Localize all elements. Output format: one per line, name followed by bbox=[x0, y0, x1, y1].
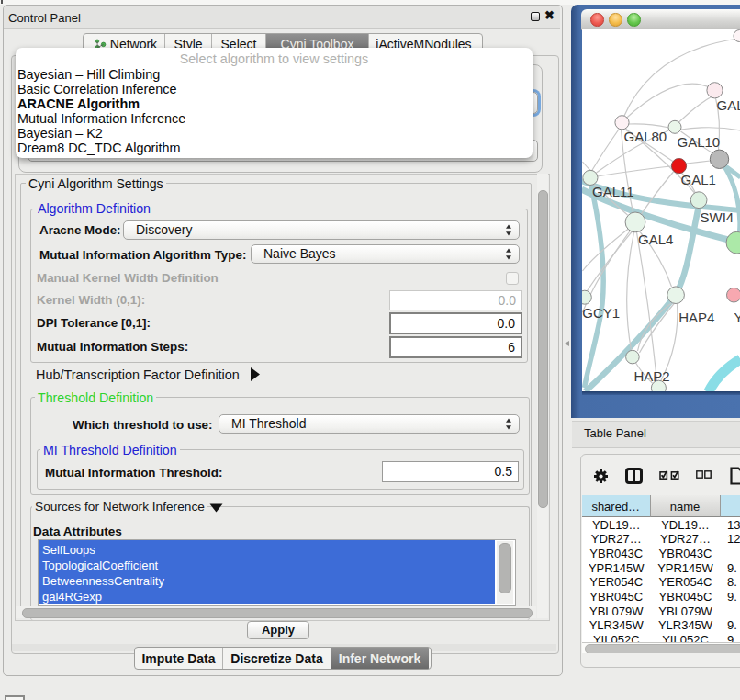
svg-text:SWI4: SWI4 bbox=[700, 209, 734, 225]
svg-text:GAL1: GAL1 bbox=[680, 172, 715, 187]
svg-text:GAL4: GAL4 bbox=[638, 231, 673, 247]
svg-text:GCY1: GCY1 bbox=[582, 305, 620, 321]
svg-text:GAL11: GAL11 bbox=[592, 184, 634, 199]
svg-text:GAL: GAL bbox=[716, 97, 740, 113]
svg-text:GAL10: GAL10 bbox=[677, 134, 720, 150]
svg-text:HAP2: HAP2 bbox=[633, 368, 669, 384]
svg-text:YJ: YJ bbox=[734, 310, 740, 325]
svg-text:GAL80: GAL80 bbox=[623, 129, 667, 144]
svg-text:HAP4: HAP4 bbox=[678, 310, 714, 325]
